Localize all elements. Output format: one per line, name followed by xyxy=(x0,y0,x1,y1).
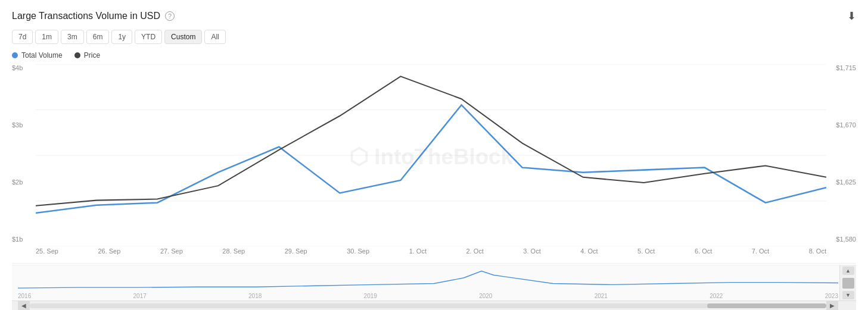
legend-dot-price xyxy=(74,52,80,58)
y-left-1b: $1b xyxy=(12,236,23,243)
x-label-8: 3. Oct xyxy=(523,248,540,263)
mini-x-axis: 2016 2017 2018 2019 2020 2021 2022 2023 xyxy=(18,290,838,300)
y-left-3b: $3b xyxy=(12,121,23,129)
legend-label-volume: Total Volume xyxy=(21,51,63,60)
filter-ytd[interactable]: YTD xyxy=(135,30,162,44)
legend-dot-volume xyxy=(12,52,18,58)
x-label-10: 5. Oct xyxy=(637,248,655,263)
y-right-1580: $1,580 xyxy=(836,236,856,243)
bottom-scrollbar[interactable]: ◀ ▶ xyxy=(12,300,856,310)
x-label-11: 6. Oct xyxy=(695,248,712,263)
scroll-left-btn[interactable]: ◀ xyxy=(18,301,30,311)
svg-text:⬡ IntoTheBlock: ⬡ IntoTheBlock xyxy=(349,145,513,169)
main-svg-chart: ⬡ IntoTheBlock xyxy=(36,64,826,246)
legend-price: Price xyxy=(74,51,100,60)
filter-7d[interactable]: 7d xyxy=(12,30,33,44)
mini-x-2023: 2023 xyxy=(825,293,838,299)
mini-x-2016: 2016 xyxy=(18,293,31,299)
legend-label-price: Price xyxy=(84,51,100,60)
chart-container: Large Transactions Volume in USD ? ⬇ 7d … xyxy=(0,0,868,310)
x-label-7: 2. Oct xyxy=(466,248,483,263)
y-axis-right: $1,715 $1,670 $1,625 $1,580 xyxy=(826,64,856,245)
y-right-1625: $1,625 xyxy=(836,179,856,186)
download-icon[interactable]: ⬇ xyxy=(847,10,856,23)
mini-x-2021: 2021 xyxy=(595,293,608,299)
scroll-right-btn[interactable]: ▶ xyxy=(826,301,838,311)
x-label-1: 26. Sep xyxy=(98,248,120,263)
scroll-thumb-v[interactable] xyxy=(842,278,854,289)
y-left-4b: $4b xyxy=(12,64,23,71)
y-right-1715: $1,715 xyxy=(836,64,856,71)
x-label-4: 29. Sep xyxy=(285,248,307,263)
mini-x-2020: 2020 xyxy=(479,293,492,299)
scroll-thumb-h[interactable] xyxy=(707,303,826,308)
y-right-1670: $1,670 xyxy=(836,121,856,129)
x-label-2: 27. Sep xyxy=(160,248,183,263)
mini-x-2022: 2022 xyxy=(710,293,723,299)
y-left-2b: $2b xyxy=(12,179,23,186)
legend: Total Volume Price xyxy=(12,51,856,60)
x-label-12: 7. Oct xyxy=(752,248,769,263)
mini-chart-container[interactable]: 2016 2017 2018 2019 2020 2021 2022 2023 … xyxy=(12,265,856,300)
filter-all[interactable]: All xyxy=(204,30,225,44)
scroll-down-btn[interactable]: ▼ xyxy=(842,291,854,299)
time-filters: 7d 1m 3m 6m 1y YTD Custom All xyxy=(12,30,856,44)
title-area: Large Transactions Volume in USD ? xyxy=(12,11,175,21)
main-chart: $4b $3b $2b $1b $1,715 $1,670 $1,625 $1,… xyxy=(12,64,856,264)
x-label-5: 30. Sep xyxy=(347,248,369,263)
mini-x-2018: 2018 xyxy=(248,293,262,299)
chart-title: Large Transactions Volume in USD xyxy=(12,11,160,21)
mini-x-2019: 2019 xyxy=(364,293,377,299)
x-label-3: 28. Sep xyxy=(222,248,245,263)
mini-x-2017: 2017 xyxy=(133,293,147,299)
scroll-track-h[interactable] xyxy=(30,303,826,308)
help-icon[interactable]: ? xyxy=(165,11,175,21)
filter-custom[interactable]: Custom xyxy=(164,30,202,44)
x-label-0: 25. Sep xyxy=(36,248,58,263)
chart-area: $4b $3b $2b $1b $1,715 $1,670 $1,625 $1,… xyxy=(12,64,856,310)
mini-volume-line xyxy=(18,271,838,289)
mini-svg-chart xyxy=(18,267,838,289)
filter-6m[interactable]: 6m xyxy=(86,30,110,44)
x-label-13: 8. Oct xyxy=(809,248,826,263)
price-line xyxy=(36,76,826,205)
legend-volume: Total Volume xyxy=(12,51,63,60)
filter-3m[interactable]: 3m xyxy=(61,30,84,44)
scroll-up-btn[interactable]: ▲ xyxy=(842,267,854,275)
x-label-6: 1. Oct xyxy=(409,248,427,263)
x-label-9: 4. Oct xyxy=(580,248,598,263)
filter-1y[interactable]: 1y xyxy=(111,30,132,44)
y-axis-left: $4b $3b $2b $1b xyxy=(12,64,36,245)
scrollbar-vertical[interactable]: ▲ ▼ xyxy=(839,265,856,300)
x-axis: 25. Sep 26. Sep 27. Sep 28. Sep 29. Sep … xyxy=(36,245,826,263)
header-row: Large Transactions Volume in USD ? ⬇ xyxy=(12,10,856,23)
filter-1m[interactable]: 1m xyxy=(35,30,58,44)
